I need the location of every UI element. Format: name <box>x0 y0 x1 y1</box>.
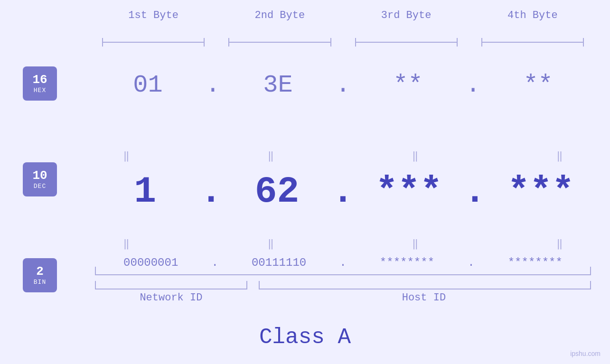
dec-b3: *** <box>354 171 464 213</box>
header-byte4: 4th Byte <box>469 9 596 21</box>
hex-dot1: . <box>206 71 220 99</box>
hex-dot3: . <box>466 71 480 99</box>
dec-b4: *** <box>486 171 596 213</box>
header-byte1: 1st Byte <box>90 9 216 21</box>
equals-2-b4: ‖ <box>524 237 596 250</box>
bin-badge: 2 BIN <box>23 258 57 292</box>
dec-badge-num: 10 <box>32 169 47 183</box>
bottom-brackets <box>90 280 596 289</box>
equals-row-2: ‖ ‖ ‖ ‖ <box>90 237 596 250</box>
hex-badge: 16 HEX <box>23 66 57 101</box>
host-id-label: Host ID <box>252 292 596 304</box>
dec-b1: 1 <box>90 171 200 213</box>
equals-row-1: ‖ ‖ ‖ ‖ <box>90 149 596 162</box>
bin-badge-label: BIN <box>34 279 46 286</box>
class-label: Class A <box>0 325 610 350</box>
bracket-byte3 <box>350 38 462 47</box>
hex-badge-label: HEX <box>34 87 46 94</box>
dec-badge-label: DEC <box>34 183 46 190</box>
equals-2-b2: ‖ <box>235 237 307 250</box>
header-byte2: 2nd Byte <box>216 9 343 21</box>
bracket-byte1 <box>97 38 209 47</box>
hex-b1: 01 <box>90 71 206 99</box>
hex-b3: ** <box>350 71 466 99</box>
equals-2-b1: ‖ <box>90 237 162 250</box>
hex-row: 01 . 3E . ** . ** <box>90 71 596 99</box>
network-id-label: Network ID <box>90 292 252 304</box>
equals-1-b2: ‖ <box>235 149 307 162</box>
dec-b2: 62 <box>222 171 332 213</box>
bracket-byte4 <box>477 38 589 47</box>
base-badges: 16 HEX 10 DEC 2 BIN <box>23 66 57 292</box>
dec-badge: 10 DEC <box>23 162 57 196</box>
hex-b2: 3E <box>220 71 336 99</box>
main-container: 1st Byte 2nd Byte 3rd Byte 4th Byte 16 H… <box>0 0 610 364</box>
bracket-host <box>254 280 596 289</box>
dec-row: 1 . 62 . *** . *** <box>90 171 596 213</box>
dec-dot3: . <box>464 171 486 213</box>
dec-dot1: . <box>200 171 222 213</box>
watermark: ipshu.com <box>570 350 601 357</box>
id-labels: Network ID Host ID <box>90 292 596 304</box>
dec-dot2: . <box>332 171 354 213</box>
equals-1-b3: ‖ <box>379 149 451 162</box>
hex-b4: ** <box>480 71 596 99</box>
bin-badge-num: 2 <box>36 265 44 279</box>
equals-1-b4: ‖ <box>524 149 596 162</box>
big-bottom-bracket <box>90 266 596 275</box>
byte-headers: 1st Byte 2nd Byte 3rd Byte 4th Byte <box>90 9 596 21</box>
hex-badge-num: 16 <box>32 73 47 87</box>
bracket-byte2 <box>224 38 336 47</box>
bracket-row-top <box>90 38 596 47</box>
header-byte3: 3rd Byte <box>343 9 469 21</box>
equals-1-b1: ‖ <box>90 149 162 162</box>
equals-2-b3: ‖ <box>379 237 451 250</box>
data-grid: 01 . 3E . ** . ** ‖ ‖ ‖ ‖ 1 . 62 . *** .… <box>90 47 596 326</box>
hex-dot2: . <box>336 71 350 99</box>
bracket-network <box>90 280 252 289</box>
